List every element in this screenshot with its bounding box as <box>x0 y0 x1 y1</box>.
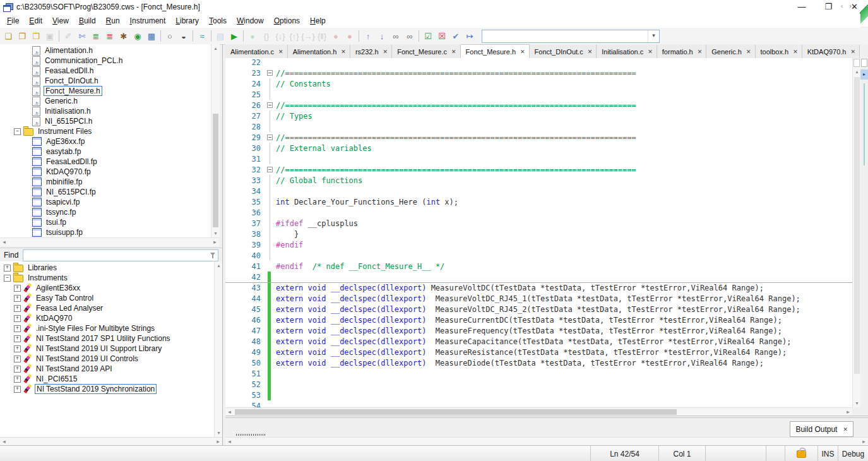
tree-item-label[interactable]: tsapicvi.fp <box>45 198 81 207</box>
combobox-dropdown-icon[interactable]: ▾ <box>648 30 659 42</box>
expand-icon[interactable]: + <box>14 295 21 302</box>
tree-item-easy-tab-control[interactable]: +Easy Tab Control <box>0 293 214 303</box>
tree-item-label[interactable]: AgilentE36xx <box>35 284 81 292</box>
tab-toolbox.h[interactable]: toolbox.h✕ <box>756 45 802 58</box>
tree-item-label[interactable]: NI_6515PCI.h <box>44 117 93 126</box>
code-line-35[interactable]: 35int Declare_Your_Functions_Here (int x… <box>225 196 852 207</box>
menu-tools[interactable]: Tools <box>204 15 232 27</box>
tree-item-label[interactable]: Generic.h <box>44 97 79 105</box>
code-line-38[interactable]: 38 } <box>225 229 852 239</box>
code-line-53[interactable]: 53 <box>225 390 852 400</box>
tree-item-label[interactable]: FeasaLedDll.h <box>44 66 95 75</box>
tree-item-label[interactable]: tsui.fp <box>45 218 68 227</box>
tab-close-icon[interactable]: ✕ <box>588 49 593 55</box>
tag-document-button[interactable]: ✔ <box>449 29 463 43</box>
expand-icon[interactable]: + <box>14 386 21 393</box>
expand-icon[interactable]: + <box>4 265 11 272</box>
tree-item-label[interactable]: Easy Tab Control <box>35 294 95 302</box>
tree-item-instruments[interactable]: −Instruments <box>0 273 214 283</box>
code-line-46[interactable]: 46extern void __declspec(dllexport) Meas… <box>225 314 852 325</box>
tab-fonct_mesure.h[interactable]: Fonct_Mesure.h✕ <box>461 44 530 59</box>
code-line-31[interactable]: 31 <box>225 153 852 164</box>
tree-item-easytab-fp[interactable]: easytab.fp <box>0 147 211 157</box>
new-ui-file-button[interactable]: ❐ <box>15 29 29 43</box>
build-output-hscrollbar[interactable]: ◂ ▸ <box>225 437 868 446</box>
restore-button[interactable]: ❐ <box>824 1 832 13</box>
tree-item-libraries[interactable]: +Libraries <box>0 263 214 273</box>
collapse-icon[interactable]: − <box>14 128 21 135</box>
code-line-42[interactable]: 42 <box>225 272 852 282</box>
tree-item-label[interactable]: mbinifile.fp <box>45 177 83 186</box>
code-line-49[interactable]: 49extern void __declspec(dllexport) Meas… <box>225 347 852 357</box>
menu-instrument[interactable]: Instrument <box>125 15 171 27</box>
code-line-28[interactable]: 28 <box>225 121 852 132</box>
tab-fonct_mesure.c[interactable]: Fonct_Mesure.c✕ <box>392 45 460 58</box>
tree-item-ni-teststand-2019-ui-support-library[interactable]: +NI TestStand 2019 UI Support Library <box>0 344 214 354</box>
fold-collapse-icon[interactable]: − <box>267 102 273 108</box>
tree-item-label[interactable]: NI TestStand 2017 SP1 Utility Functions <box>35 334 172 343</box>
expand-icon[interactable]: + <box>14 376 21 383</box>
goto-next-tag-button[interactable]: ↦ <box>463 29 477 43</box>
code-line-30[interactable]: 30// External variables <box>225 143 852 153</box>
menu-run[interactable]: Run <box>101 15 125 27</box>
tree-item-label[interactable]: NI TestStand 2019 UI Support Library <box>35 344 163 353</box>
project-tree-hscrollbar[interactable]: ◂ ▸ <box>0 237 219 246</box>
code-line-44[interactable]: 44extern void __declspec(dllexport) Meas… <box>225 293 852 304</box>
tab-close-icon[interactable]: ✕ <box>520 49 525 55</box>
tab-fonct_dinout.c[interactable]: Fonct_DInOut.c✕ <box>530 45 597 58</box>
tab-close-icon[interactable]: ✕ <box>746 49 751 55</box>
tab-rs232.h[interactable]: rs232.h✕ <box>350 45 392 58</box>
find-identifier-button[interactable]: ∞ <box>389 29 403 43</box>
tree-item-label[interactable]: FeasaLedDll.fp <box>45 157 98 166</box>
editor-hscrollbar[interactable]: ◂ ▸ <box>225 407 852 416</box>
tab-close-icon[interactable]: ✕ <box>648 49 653 55</box>
menu-build[interactable]: Build <box>74 15 101 27</box>
close-button[interactable]: ✕ <box>851 1 858 13</box>
tree-item-ni-teststand-2019-ui-controls[interactable]: +NI TestStand 2019 UI Controls <box>0 354 214 364</box>
fold-collapse-icon[interactable]: − <box>267 135 273 140</box>
tree-item-label[interactable]: Fonct_DInOut.h <box>44 76 100 85</box>
select-lines-button[interactable]: ✄ <box>75 29 89 43</box>
code-line-23[interactable]: 23−//===================================… <box>225 68 852 78</box>
tab-close-icon[interactable]: ✕ <box>850 49 855 55</box>
tree-item-communication-pcl-h[interactable]: Communication_PCL.h <box>0 56 211 66</box>
tree-item-label[interactable]: NI TestStand 2019 Synchronization <box>35 384 157 394</box>
tree-item-label[interactable]: Initialisation.h <box>44 107 92 116</box>
tree-item-label[interactable]: easytab.fp <box>45 147 82 156</box>
collapse-icon[interactable]: − <box>4 275 11 282</box>
left-panel-hscrollbar[interactable]: ◂ ▸ <box>0 437 222 446</box>
tree-item-instrument-files[interactable]: −Instrument Files <box>0 126 211 136</box>
tab-close-icon[interactable]: ✕ <box>383 49 388 55</box>
code-line-34[interactable]: 34 <box>225 186 852 196</box>
code-line-41[interactable]: 41#endif /* ndef __Fonct_Mesure_H__ */ <box>225 261 852 272</box>
tree-item-label[interactable]: Communication_PCL.h <box>44 56 124 65</box>
menu-file[interactable]: File <box>2 15 24 27</box>
tree-item-label[interactable]: Libraries <box>27 263 58 272</box>
call-tree-up-button[interactable]: ↑ <box>361 29 375 43</box>
tree-item-ni-teststand-2019-synchronization[interactable]: +NI TestStand 2019 Synchronization <box>0 384 214 394</box>
exclude-from-build-button[interactable]: ☒ <box>435 29 449 43</box>
code-line-47[interactable]: 47extern void __declspec(dllexport) Meas… <box>225 325 852 336</box>
tree-item-agilente36xx[interactable]: +AgilentE36xx <box>0 283 214 293</box>
tree-item-label[interactable]: NI_6515PCI.fp <box>45 188 97 196</box>
tree-item-label[interactable]: NI TestStand 2019 API <box>35 364 114 373</box>
tree-item-ni-6515pci-fp[interactable]: NI_6515PCI.fp <box>0 187 211 197</box>
tab-alimentation.h[interactable]: Alimentation.h✕ <box>288 45 350 58</box>
function-panel-button[interactable]: ≈ <box>195 29 209 43</box>
menu-options[interactable]: Options <box>269 15 305 27</box>
code-line-29[interactable]: 29−//===================================… <box>225 132 852 143</box>
code-line-27[interactable]: 27// Types <box>225 111 852 121</box>
tree-item-label[interactable]: KtDAQ970 <box>35 314 73 323</box>
code-line-40[interactable]: 40 <box>225 250 852 261</box>
find-input[interactable] <box>23 249 218 261</box>
code-line-39[interactable]: 39#endif <box>225 239 852 250</box>
code-line-52[interactable]: 52 <box>225 379 852 390</box>
insert-construct-button[interactable]: ≣ <box>89 29 103 43</box>
tree-item-feasaleddll-fp[interactable]: FeasaLedDll.fp <box>0 157 211 167</box>
tree-item-label[interactable]: Feasa Led Analyser <box>35 304 104 313</box>
tree-item-label[interactable]: KtDAQ970.fp <box>45 167 92 176</box>
code-line-32[interactable]: 32−//===================================… <box>225 164 852 175</box>
fold-collapse-icon[interactable]: − <box>267 70 273 76</box>
expand-icon[interactable]: + <box>14 356 21 362</box>
tree-item-feasa-led-analyser[interactable]: +Feasa Led Analyser <box>0 303 214 313</box>
